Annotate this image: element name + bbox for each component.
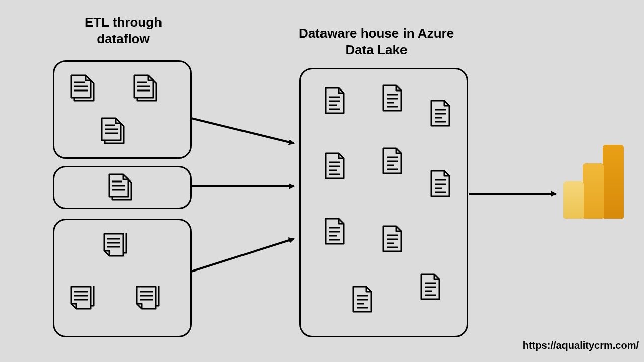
documents-icon bbox=[135, 286, 165, 316]
powerbi-logo bbox=[564, 143, 624, 219]
documents-icon bbox=[102, 233, 132, 263]
powerbi-bar-1 bbox=[564, 181, 584, 219]
file-icon bbox=[381, 225, 406, 255]
etl-source-box-2 bbox=[53, 166, 192, 209]
diagram-canvas: ETL through dataflow Dataware house in A… bbox=[0, 0, 644, 362]
file-icon bbox=[324, 87, 348, 117]
footer-url: https://aqualitycrm.com/ bbox=[488, 339, 639, 352]
file-icon bbox=[324, 218, 348, 248]
documents-icon bbox=[69, 74, 100, 105]
file-icon bbox=[351, 286, 375, 316]
file-icon bbox=[429, 100, 453, 130]
documents-icon bbox=[69, 286, 100, 316]
datawarehouse-box bbox=[299, 68, 468, 337]
file-icon bbox=[324, 152, 348, 183]
file-icon bbox=[381, 147, 406, 177]
file-icon bbox=[429, 170, 453, 200]
arrow-etl1-to-dw bbox=[191, 118, 294, 143]
arrow-etl3-to-dw bbox=[191, 239, 294, 272]
file-icon bbox=[381, 84, 406, 115]
datawarehouse-title: Dataware house in Azure Data Lake bbox=[296, 25, 457, 58]
file-icon bbox=[419, 273, 443, 303]
documents-icon bbox=[100, 117, 130, 147]
documents-icon bbox=[132, 74, 163, 105]
etl-source-box-1 bbox=[53, 60, 192, 159]
etl-source-box-3 bbox=[53, 219, 192, 337]
powerbi-bar-3 bbox=[603, 145, 624, 219]
etl-title: ETL through dataflow bbox=[60, 14, 186, 47]
documents-icon bbox=[107, 173, 137, 204]
powerbi-bar-2 bbox=[583, 163, 604, 219]
